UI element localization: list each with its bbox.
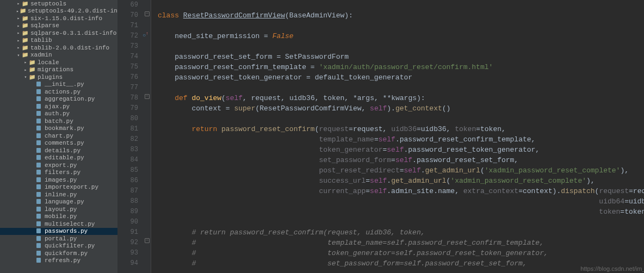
tree-item-label: locale [38, 59, 59, 66]
tree-item[interactable]: six-1.15.0.dist-info [0, 15, 117, 22]
code-line[interactable] [158, 21, 644, 31]
expand-icon[interactable] [16, 53, 21, 58]
code-area[interactable]: class ResetPasswordComfirmView(BaseAdmin… [151, 0, 644, 273]
tree-item[interactable]: xadmin [0, 52, 117, 59]
code-editor[interactable]: 6970717273747576777879808182838485868788… [117, 0, 644, 273]
code-line[interactable]: token=token) [158, 207, 644, 217]
code-line[interactable]: context = super(ResetPasswordComfirmView… [158, 103, 644, 114]
tree-item[interactable]: passwords.py [0, 228, 117, 235]
tree-item[interactable]: inline.py [0, 191, 117, 198]
expand-icon[interactable] [23, 75, 28, 79]
expand-icon[interactable] [16, 23, 21, 28]
tree-item[interactable]: images.py [0, 176, 117, 184]
code-line[interactable]: set_password_form=self.password_reset_se… [158, 155, 644, 165]
fold-column[interactable]: − − − [144, 0, 151, 273]
python-file-icon [35, 89, 43, 95]
tree-item[interactable]: tablib [0, 37, 117, 45]
tree-item[interactable]: quickfilter.py [0, 243, 117, 250]
tree-item[interactable]: export.py [0, 162, 117, 169]
code-line[interactable]: # template_name=self.password_reset_conf… [158, 238, 644, 248]
tree-item-label: mobile.py [45, 213, 77, 220]
code-line[interactable]: token_generator=self.password_reset_toke… [158, 145, 644, 155]
python-file-icon [35, 243, 43, 249]
tree-item[interactable]: mobile.py [0, 213, 117, 221]
expand-icon[interactable] [16, 38, 21, 43]
expand-icon[interactable] [16, 9, 19, 14]
tree-item[interactable]: editable.py [0, 154, 117, 162]
tree-item[interactable]: chart.py [0, 132, 117, 140]
tree-item[interactable]: details.py [0, 147, 117, 154]
code-line[interactable] [158, 0, 644, 10]
tree-item[interactable]: locale [0, 59, 117, 66]
tree-item[interactable]: importexport.py [0, 184, 117, 191]
python-file-icon [35, 169, 43, 176]
tree-item[interactable]: ajax.py [0, 103, 117, 110]
fold-icon[interactable]: − [145, 94, 150, 99]
line-number: 89 [117, 207, 144, 217]
tree-item[interactable]: actions.py [0, 88, 117, 96]
tree-item[interactable]: __init__.py [0, 81, 117, 89]
code-line[interactable]: password_reset_confirm_template = 'xadmi… [158, 62, 644, 72]
line-number: 87 [117, 186, 144, 196]
line-number: 69 [117, 0, 144, 10]
tree-item[interactable]: sqlparse [0, 22, 117, 30]
tree-item[interactable]: quickform.py [0, 250, 117, 257]
code-line[interactable] [158, 217, 644, 227]
python-file-icon [35, 162, 43, 169]
tree-item-label: layout.py [45, 206, 77, 213]
tree-item[interactable]: bookmark.py [0, 125, 117, 133]
code-line[interactable] [158, 83, 644, 93]
tree-item[interactable]: refresh.py [0, 257, 117, 265]
tree-item[interactable]: filters.py [0, 169, 117, 177]
tree-item[interactable]: portal.py [0, 235, 117, 243]
tree-item[interactable]: comments.py [0, 140, 117, 147]
code-line[interactable]: return password_reset_confirm(request=re… [158, 124, 644, 134]
tree-item-label: __init__.py [45, 81, 84, 88]
code-line[interactable]: password_reset_set_form = SetPasswordFor… [158, 52, 644, 62]
code-line[interactable]: class ResetPasswordComfirmView(BaseAdmin… [158, 10, 644, 21]
code-line[interactable]: # set_password_form=self.password_reset_… [158, 258, 644, 269]
folder-icon [28, 66, 36, 73]
project-tree[interactable]: setuptoolssetuptools-49.2.0.dist-infosix… [0, 0, 117, 273]
code-line[interactable]: need_site_permission = False [158, 31, 644, 41]
tree-item[interactable]: plugins [0, 73, 117, 81]
expand-icon[interactable] [16, 16, 21, 21]
tree-item[interactable]: aggregation.py [0, 96, 117, 103]
code-line[interactable]: success_url=self.get_admin_url('xadmin_p… [158, 176, 644, 186]
tree-item[interactable]: auth.py [0, 110, 117, 118]
tree-item[interactable]: migrations [0, 66, 117, 74]
fold-icon[interactable]: − [145, 11, 150, 16]
code-line[interactable]: # token_generator=self.password_reset_to… [158, 248, 644, 258]
tree-item[interactable]: batch.py [0, 117, 117, 125]
line-number: 76 [117, 72, 144, 83]
code-line[interactable]: uidb64=uidb36, [158, 196, 644, 207]
tree-item-label: editable.py [45, 154, 84, 161]
code-line[interactable]: current_app=self.admin_site.name, extra_… [158, 186, 644, 196]
python-file-icon [35, 184, 43, 190]
code-line[interactable] [158, 114, 644, 124]
code-line[interactable]: template_name=self.password_reset_confir… [158, 134, 644, 145]
override-icon[interactable] [143, 32, 148, 37]
tree-item[interactable]: language.py [0, 198, 117, 206]
code-line[interactable]: post_reset_redirect=self.get_admin_url('… [158, 165, 644, 176]
fold-icon[interactable]: − [145, 238, 150, 243]
code-line[interactable]: password_reset_token_generator = default… [158, 72, 644, 83]
tree-item[interactable]: setuptools-49.2.0.dist-info [0, 8, 117, 15]
tree-item[interactable]: multiselect.py [0, 220, 117, 228]
code-line[interactable]: # return password_reset_confirm(request,… [158, 227, 644, 238]
line-number: 79 [117, 103, 144, 114]
tree-item[interactable]: sqlparse-0.3.1.dist-info [0, 29, 117, 37]
code-line[interactable]: def do_view(self, request, uidb36, token… [158, 93, 644, 103]
expand-icon[interactable] [16, 45, 21, 50]
tree-item-label: quickfilter.py [45, 243, 95, 249]
tree-item[interactable]: setuptools [0, 0, 117, 8]
tree-item[interactable]: tablib-2.0.0.dist-info [0, 44, 117, 52]
expand-icon[interactable] [23, 60, 28, 65]
expand-icon[interactable] [16, 1, 21, 6]
expand-icon[interactable] [23, 67, 28, 72]
line-number: 78 [117, 93, 144, 103]
code-line[interactable] [158, 41, 644, 52]
expand-icon[interactable] [16, 30, 21, 35]
tree-item-label: chart.py [45, 133, 73, 139]
tree-item[interactable]: layout.py [0, 206, 117, 213]
